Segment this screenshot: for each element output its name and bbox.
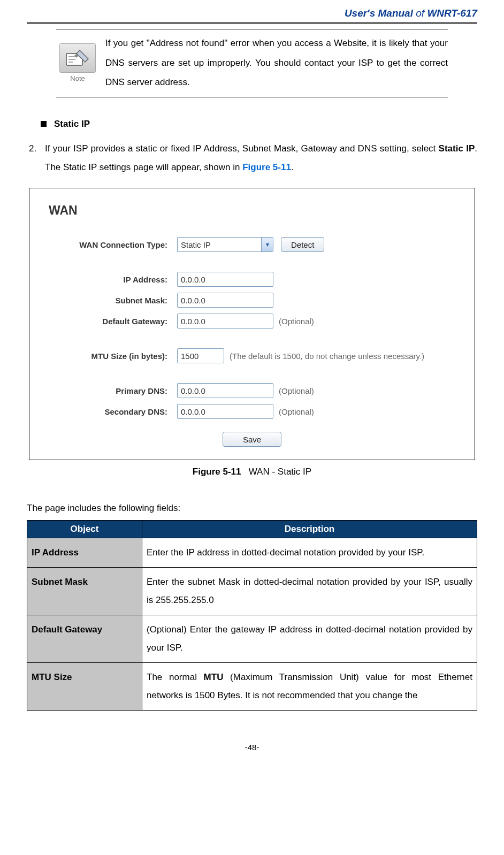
wan-screenshot-frame: WAN WAN Connection Type: ▾ Detect IP Add… bbox=[29, 188, 475, 460]
table-row: IP Address Enter the IP address in dotte… bbox=[27, 538, 477, 568]
step-body: If your ISP provides a static or fixed I… bbox=[45, 139, 477, 177]
wan-connection-type-select[interactable] bbox=[177, 237, 273, 252]
label-secondary-dns: Secondary DNS: bbox=[49, 407, 177, 416]
note-icon-wrap: Note bbox=[56, 34, 99, 93]
save-button[interactable]: Save bbox=[223, 432, 281, 447]
section-bullet-heading: Static IP bbox=[41, 119, 477, 129]
obj-mtu-size: MTU Size bbox=[27, 663, 142, 711]
header-rule bbox=[27, 22, 477, 24]
label-ip: IP Address: bbox=[49, 275, 177, 284]
obj-default-gateway: Default Gateway bbox=[27, 615, 142, 663]
desc-mtu-size: The normal MTU (Maximum Transmission Uni… bbox=[142, 663, 477, 711]
desc-default-gateway: (Optional) Enter the gateway IP address … bbox=[142, 615, 477, 663]
row-conn-type: WAN Connection Type: ▾ Detect bbox=[49, 237, 455, 252]
figure-caption: Figure 5-11 WAN - Static IP bbox=[27, 467, 477, 477]
label-conn-type: WAN Connection Type: bbox=[49, 240, 177, 249]
row-subnet: Subnet Mask: bbox=[49, 293, 455, 308]
figure-caption-num: Figure 5-11 bbox=[193, 467, 241, 477]
detect-button[interactable]: Detect bbox=[281, 237, 324, 252]
th-object: Object bbox=[27, 521, 142, 538]
step-text-front: If your ISP provides a static or fixed I… bbox=[45, 143, 439, 154]
step-number: 2. bbox=[29, 139, 45, 177]
wan-section-title: WAN bbox=[49, 203, 455, 218]
obj-ip-address: IP Address bbox=[27, 538, 142, 568]
fields-table: Object Description IP Address Enter the … bbox=[27, 520, 477, 711]
bullet-heading-text: Static IP bbox=[54, 119, 90, 129]
row-pdns: Primary DNS: (Optional) bbox=[49, 383, 455, 398]
note-text: If you get "Address not found" error whe… bbox=[105, 34, 448, 93]
header-prefix: User's Manual bbox=[345, 7, 413, 19]
save-row: Save bbox=[49, 432, 455, 447]
gateway-optional-hint: (Optional) bbox=[279, 317, 314, 326]
row-sdns: Secondary DNS: (Optional) bbox=[49, 404, 455, 419]
secondary-dns-input[interactable] bbox=[177, 404, 273, 419]
desc-mtu-pre: The normal bbox=[147, 672, 204, 682]
row-ip: IP Address: bbox=[49, 272, 455, 287]
mtu-size-input[interactable] bbox=[177, 348, 224, 363]
step-2: 2. If your ISP provides a static or fixe… bbox=[29, 139, 477, 177]
figure-link[interactable]: Figure 5-11 bbox=[242, 162, 291, 172]
note-label: Note bbox=[70, 74, 85, 82]
step-text-end: . bbox=[291, 162, 294, 172]
header-model: WNRT-617 bbox=[427, 7, 477, 19]
default-gateway-input[interactable] bbox=[177, 314, 273, 329]
sdns-optional-hint: (Optional) bbox=[279, 407, 314, 416]
label-primary-dns: Primary DNS: bbox=[49, 386, 177, 395]
table-row: Subnet Mask Enter the subnet Mask in dot… bbox=[27, 568, 477, 615]
desc-subnet-mask: Enter the subnet Mask in dotted-decimal … bbox=[142, 568, 477, 615]
th-description: Description bbox=[142, 521, 477, 538]
label-subnet: Subnet Mask: bbox=[49, 296, 177, 305]
page-number: -48- bbox=[27, 743, 477, 752]
table-row: Default Gateway (Optional) Enter the gat… bbox=[27, 615, 477, 663]
desc-ip-address: Enter the IP address in dotted-decimal n… bbox=[142, 538, 477, 568]
note-block: Note If you get "Address not found" erro… bbox=[56, 29, 448, 97]
desc-mtu-bold: MTU bbox=[204, 672, 224, 682]
header-of: of bbox=[416, 7, 424, 19]
row-gateway: Default Gateway: (Optional) bbox=[49, 314, 455, 329]
bullet-square-icon bbox=[41, 121, 47, 127]
ip-address-input[interactable] bbox=[177, 272, 273, 287]
figure-caption-text: WAN - Static IP bbox=[249, 467, 311, 477]
conn-type-select-wrap: ▾ bbox=[177, 237, 273, 252]
fields-intro: The page includes the following fields: bbox=[27, 503, 477, 514]
label-mtu: MTU Size (in bytes): bbox=[49, 352, 177, 361]
primary-dns-input[interactable] bbox=[177, 383, 273, 398]
note-pencil-icon bbox=[59, 43, 96, 73]
pdns-optional-hint: (Optional) bbox=[279, 386, 314, 395]
table-row: MTU Size The normal MTU (Maximum Transmi… bbox=[27, 663, 477, 711]
running-header: User's Manual of WNRT-617 bbox=[27, 0, 477, 22]
obj-subnet-mask: Subnet Mask bbox=[27, 568, 142, 615]
chevron-down-icon[interactable]: ▾ bbox=[261, 238, 273, 251]
label-gateway: Default Gateway: bbox=[49, 317, 177, 326]
subnet-mask-input[interactable] bbox=[177, 293, 273, 308]
step-bold: Static IP bbox=[439, 143, 475, 154]
mtu-hint: (The default is 1500, do not change unle… bbox=[230, 352, 424, 361]
row-mtu: MTU Size (in bytes): (The default is 150… bbox=[49, 348, 455, 363]
